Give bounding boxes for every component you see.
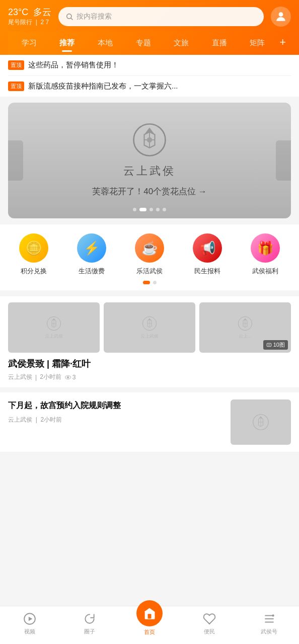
content-section: 云上武侯 云上武侯 [0, 290, 299, 463]
article-card-1[interactable]: 云上武侯 云上武侯 [0, 296, 299, 387]
image-count-badge: 10图 [263, 340, 288, 350]
article-thumbnail-2 [231, 399, 291, 445]
nav-item-video[interactable]: 视频 [7, 612, 52, 635]
svg-point-16 [272, 614, 274, 616]
svg-line-1 [71, 18, 72, 20]
banner-cta: 芙蓉花开了！40个赏花点位 → [8, 186, 291, 197]
nav-label-home: 首页 [144, 628, 155, 636]
quick-item-points[interactable]: 🪙 积分兑换 [11, 233, 56, 276]
add-tab-button[interactable]: + [276, 32, 289, 55]
article-time-2: 2小时前 [40, 416, 62, 423]
bottom-nav: 视频 圈子 首页 便民 武侯号 [0, 606, 299, 644]
banner-next-button[interactable] [276, 140, 291, 181]
article-image-3: 云上... 10图 [199, 302, 291, 353]
article-text-2: 下月起，故宫预约入院规则调整 云上武侯 | 2小时前 [8, 399, 223, 445]
temperature: 23°C [8, 7, 28, 17]
notice-text-1: 这些药品，暂停销售使用！ [28, 60, 119, 70]
quick-item-leactive[interactable]: ☕ 乐活武侯 [127, 233, 172, 276]
notices-section: 置顶 这些药品，暂停销售使用！ 置顶 新版流感疫苗接种指南已发布，一文掌握六..… [0, 55, 299, 97]
dot-1[interactable] [133, 208, 136, 211]
article-title-2: 下月起，故宫预约入院规则调整 [8, 399, 223, 412]
article-source-2: 云上武侯 [8, 416, 32, 423]
quick-icon-payment: ⚡ [77, 233, 106, 263]
quick-icons-row: 🪙 积分兑换 ⚡ 生活缴费 ☕ 乐活武侯 📢 民生报料 🎁 武侯福利 [0, 233, 299, 276]
search-bar[interactable]: 按内容搜索 [58, 7, 264, 26]
article-time-1: 2小时前 [40, 373, 61, 381]
quick-label-report: 民生报料 [194, 267, 220, 276]
quick-icon-welfare: 🎁 [251, 233, 280, 263]
quick-dot-1[interactable] [143, 281, 150, 284]
article-meta-2: 云上武侯 | 2小时前 [8, 416, 223, 424]
article-image-1: 云上武侯 [8, 302, 100, 353]
banner-logo [132, 122, 167, 157]
quick-item-payment[interactable]: ⚡ 生活缴费 [69, 233, 114, 276]
quick-icon-report: 📢 [193, 233, 222, 263]
banner-prev-button[interactable] [8, 140, 23, 181]
quick-icon-points: 🪙 [19, 233, 48, 263]
quick-page-dots [0, 276, 299, 286]
nav-item-home[interactable]: 首页 [127, 611, 172, 636]
search-icon [65, 13, 73, 21]
plate-label: 尾号限行 [8, 19, 32, 26]
tab-culture[interactable]: 文旅 [162, 33, 200, 54]
video-icon [23, 612, 37, 626]
header: 23°C 多云 尾号限行 | 2 7 按内容搜索 学习 推 [0, 0, 299, 55]
weather-sub: 尾号限行 | 2 7 [8, 18, 51, 27]
search-placeholder: 按内容搜索 [77, 12, 112, 21]
dot-3[interactable] [150, 208, 153, 211]
svg-rect-15 [147, 614, 151, 618]
nav-tabs: 学习 推荐 本地 专题 文旅 直播 矩阵 + [8, 32, 291, 55]
banner-title: 云上武侯 [123, 164, 176, 179]
dot-4[interactable] [156, 208, 160, 211]
tab-recommend[interactable]: 推荐 [48, 33, 87, 54]
quick-item-report[interactable]: 📢 民生报料 [185, 233, 230, 276]
quick-label-welfare: 武侯福利 [252, 267, 278, 276]
svg-point-2 [279, 12, 283, 17]
weather-info: 23°C 多云 尾号限行 | 2 7 [8, 6, 51, 27]
convenience-icon [202, 612, 216, 626]
article-title-1: 武侯景致 | 霜降·红叶 [8, 358, 291, 370]
quick-icons-section: 🪙 积分兑换 ⚡ 生活缴费 ☕ 乐活武侯 📢 民生报料 🎁 武侯福利 [0, 224, 299, 290]
nav-item-circle[interactable]: 圈子 [67, 612, 112, 635]
img-logo-2: 云上武侯 [140, 315, 159, 340]
article-image-2: 云上武侯 [104, 302, 195, 353]
nav-item-profile[interactable]: 武侯号 [247, 612, 292, 635]
weather-condition: 多云 [33, 7, 51, 17]
nav-label-video: 视频 [24, 628, 35, 635]
tab-learning[interactable]: 学习 [10, 33, 48, 54]
dot-2[interactable] [139, 208, 146, 211]
tab-local[interactable]: 本地 [86, 33, 124, 54]
svg-point-4 [147, 137, 153, 143]
banner-carousel[interactable]: 云上武侯 芙蓉花开了！40个赏花点位 → [8, 103, 291, 218]
notice-text-2: 新版流感疫苗接种指南已发布，一文掌握六... [28, 82, 178, 91]
svg-point-11 [67, 376, 69, 378]
tab-topic[interactable]: 专题 [124, 33, 163, 54]
notice-item-1[interactable]: 置顶 这些药品，暂停销售使用！ [8, 55, 291, 76]
nav-item-convenience[interactable]: 便民 [187, 612, 232, 635]
img-logo-1: 云上武侯 [45, 315, 63, 340]
svg-marker-14 [29, 617, 33, 621]
article-card-2[interactable]: 下月起，故宫预约入院规则调整 云上武侯 | 2小时前 [0, 392, 299, 452]
plate-number: 2 7 [40, 19, 49, 26]
quick-icon-leactive: ☕ [135, 233, 164, 263]
notice-badge-2: 置顶 [8, 82, 24, 91]
quick-label-payment: 生活缴费 [79, 267, 105, 276]
home-icon [136, 600, 163, 626]
tab-matrix[interactable]: 矩阵 [239, 33, 277, 54]
tab-live[interactable]: 直播 [200, 33, 239, 54]
avatar-button[interactable] [271, 7, 291, 27]
notice-item-2[interactable]: 置顶 新版流感疫苗接种指南已发布，一文掌握六... [8, 76, 291, 97]
quick-item-welfare[interactable]: 🎁 武侯福利 [243, 233, 288, 276]
view-icon-1: 3 [64, 374, 76, 381]
svg-marker-9 [268, 344, 270, 346]
article-views-1: 3 [72, 374, 76, 381]
separator-1: | [35, 374, 37, 381]
nav-label-convenience: 便民 [204, 628, 215, 635]
quick-label-leactive: 乐活武侯 [136, 267, 163, 276]
article-images: 云上武侯 云上武侯 [8, 302, 291, 353]
quick-label-points: 积分兑换 [21, 267, 47, 276]
circle-icon [83, 612, 97, 626]
banner-dots [133, 208, 166, 211]
quick-dot-2[interactable] [153, 281, 157, 284]
dot-5[interactable] [163, 208, 166, 211]
